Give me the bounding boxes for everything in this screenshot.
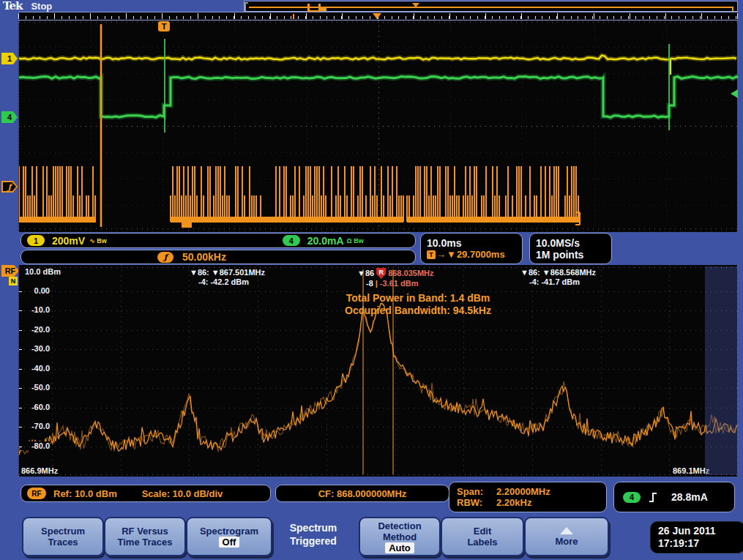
grid-line (19, 427, 737, 428)
spectrum-graticule: 10.0 dBm 0.00-10.0-20.0-30.0-40.0-50.0-6… (18, 265, 737, 477)
time: 17:19:17 (658, 537, 743, 550)
ref-level-label: 10.0 dBm (25, 267, 69, 276)
grid-line (19, 126, 737, 127)
date: 26 Jun 2011 (658, 525, 743, 537)
grid-line (19, 447, 737, 447)
ch4-scale: 20.0mA (307, 235, 344, 247)
grid-line (19, 474, 737, 475)
trigger-delay: 29.7000ms (457, 249, 505, 260)
reference-marker-icon: R (376, 268, 386, 279)
scale-label: -30.0 (20, 344, 50, 353)
center-frequency: CF: 868.000000MHz (318, 488, 407, 499)
rf-ref-level: Ref: 10.0 dBm (53, 488, 117, 499)
rbw-label: RBW: (457, 497, 496, 508)
ch4-position-icon[interactable]: 4 (1, 111, 18, 123)
grid-line (121, 265, 122, 475)
scale-label: 0.00 (20, 286, 50, 295)
grid-line (19, 291, 737, 292)
bus-f-badge[interactable]: ƒ (157, 252, 173, 263)
oscilloscope-screen: Tek Stop T 1 4 ƒ RF N 1 200mV ∿ Bw 4 20.… (0, 0, 743, 560)
grid-line (463, 265, 464, 475)
bus-f-position-icon[interactable]: ƒ (1, 181, 18, 193)
rf-position-icon[interactable]: RF (1, 265, 19, 277)
scale-label: -40.0 (20, 364, 50, 373)
grid-line (669, 265, 670, 475)
grid-line (19, 20, 737, 21)
record-view-bar[interactable] (244, 1, 738, 12)
trigger-arrow: → (436, 249, 446, 260)
grid-line (738, 265, 739, 475)
acquisition-readout-box: 10.0MS/s 1M points (529, 233, 612, 264)
menu-title: Spectrum Triggered (272, 521, 354, 548)
spectrogram-button[interactable]: SpectrogramOff (186, 517, 272, 556)
out-of-band-region (705, 266, 738, 475)
trigger-position-icon[interactable] (373, 13, 381, 19)
timeline-ruler (18, 12, 738, 20)
grid-line (19, 408, 737, 408)
scale-label: -70.0 (20, 422, 50, 430)
scale-label: -60.0 (20, 403, 50, 411)
rf-scale: Scale: 10.0 dB/div (142, 488, 223, 499)
grid-line (19, 267, 737, 268)
grid-line (19, 100, 737, 100)
trigger-t-icon: T (427, 250, 436, 259)
rf-badge[interactable]: RF (27, 488, 46, 499)
band-measurement-annotation: Total Power in Band: 1.4 dBm Occupied Ba… (264, 292, 572, 317)
scale-label: -50.0 (20, 383, 50, 392)
detection-method-button[interactable]: DetectionMethodAuto (359, 517, 441, 556)
header-bar: Tek Stop (0, 0, 244, 12)
grid-line (19, 73, 737, 74)
timebase-value: 10.0ms (427, 237, 461, 249)
ch4-coupling-icons: Ω Bw (347, 237, 364, 244)
channel-readout-box: 1 200mV ∿ Bw 4 20.0mA Ω Bw (20, 233, 416, 248)
record-trigger-icon (412, 3, 419, 7)
acquisition-status: Stop (31, 1, 52, 12)
grid-line (532, 265, 533, 475)
grid-line (19, 228, 737, 229)
ch1-scale: 200mV (52, 235, 85, 247)
up-arrow-icon (560, 527, 573, 534)
rf-versus-time-traces-button[interactable]: RF VersusTime Traces (104, 517, 186, 556)
bus-readout-box: ƒ 50.00kHz (20, 250, 416, 264)
grid-line (601, 265, 602, 475)
grid-line (52, 265, 53, 475)
grid-line (395, 265, 396, 475)
ch1-badge[interactable]: 1 (27, 235, 45, 246)
ch4-badge[interactable]: 4 (283, 235, 300, 246)
grid-line (19, 231, 737, 232)
datetime-display: 26 Jun 2011 17:19:17 (650, 521, 743, 553)
peak-marker-readout: ▼86:▼867.501MHz-4:-42.2 dBm (190, 268, 265, 287)
span-rbw-box: Span:2.20000MHz RBW:2.20kHz (449, 482, 607, 512)
grid-line (326, 265, 327, 475)
span-label: Span: (457, 486, 496, 497)
grid-line (19, 152, 737, 153)
trigger-readout-box: 4 28.8mA (613, 482, 735, 512)
bus-scale: 50.00kHz (182, 251, 226, 263)
record-cursor-icon (321, 8, 326, 11)
grid-line (19, 330, 737, 331)
trigger-point-icon[interactable]: T (158, 21, 170, 31)
timebase-readout-box: 10.0ms T → ▼ 29.7000ms (420, 233, 523, 264)
grid-line (19, 205, 737, 206)
record-end-bracket-icon (732, 7, 733, 12)
spectrum-traces-button[interactable]: SpectrumTraces (22, 517, 104, 556)
edit-labels-button[interactable]: EditLabels (441, 517, 524, 556)
grid-line (19, 47, 737, 48)
ch1-position-icon[interactable]: 1 (1, 53, 18, 64)
sample-rate: 10.0MS/s (536, 237, 580, 249)
trigger-level-value: 28.8mA (671, 491, 708, 503)
grid-line (19, 369, 737, 370)
grid-line (738, 20, 739, 231)
rising-edge-icon (648, 490, 658, 504)
more-button[interactable]: More (524, 517, 609, 556)
trigger-source-badge[interactable]: 4 (623, 492, 641, 503)
grid-line (19, 22, 737, 23)
center-frequency-box: CF: 868.000000MHz (275, 485, 449, 502)
span-value: 2.20000MHz (496, 486, 550, 497)
rf-normal-trace-icon: N (9, 277, 18, 285)
trigger-tri: ▼ (447, 249, 456, 260)
record-length: 1M points (536, 249, 583, 261)
grid-line (189, 265, 190, 475)
grid-line (19, 349, 737, 350)
ch1-coupling-icons: ∿ Bw (89, 237, 107, 244)
